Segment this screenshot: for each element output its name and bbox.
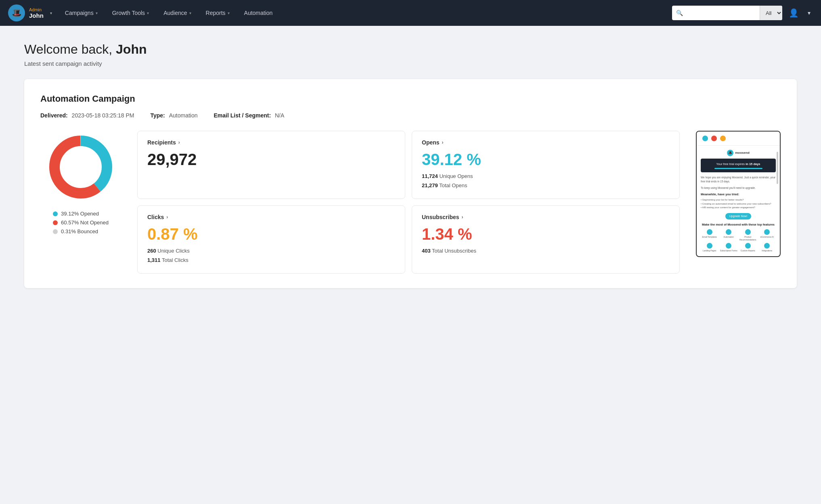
opens-unique-value: 11,724 (422, 173, 438, 179)
preview-icon-landing-pages: Landing Pages (701, 243, 718, 252)
clicks-total-label: Total Clicks (162, 257, 188, 263)
nav-campaigns-arrow: ▾ (96, 11, 98, 15)
preview-logo-icon: 🎩 (727, 150, 733, 156)
nav-item-audience[interactable]: Audience ▾ (157, 6, 197, 19)
recipients-label: Recipients (147, 139, 176, 146)
welcome-subtitle: Latest sent campaign activity (24, 60, 797, 67)
legend-not-opened: 60.57% Not Opened (53, 220, 109, 226)
preview-banner: Your free trial expires in 15 days (701, 159, 776, 172)
delivered-label: Delivered: (40, 112, 68, 119)
legend-dot-not-opened (53, 220, 58, 225)
preview-icon-ecommerce-ai-circle (764, 229, 770, 235)
search-icon: 🔍 (672, 10, 687, 16)
email-preview: 🎩 moosend Your free trial expires in 15 … (696, 131, 781, 257)
legend-label-bounced: 0.31% Bounced (61, 228, 98, 234)
stat-card-unsubscribes: Unsubscribes › 1.34 % 403 Total Unsubscr… (412, 205, 680, 274)
unsubscribes-total-value: 403 (422, 248, 431, 254)
preview-icon-automation-circle (726, 229, 731, 235)
unsubscribes-chevron: › (462, 214, 463, 220)
email-list-meta: Email List / Segment: N/A (214, 112, 285, 119)
preview-logo: 🎩 moosend (701, 150, 776, 156)
search-input[interactable] (687, 10, 760, 16)
preview-dot-yellow (720, 136, 726, 141)
preview-para2: To keep using Moosend you'll need to upg… (701, 186, 776, 190)
preview-icon-landing-pages-label: Landing Pages (703, 249, 716, 252)
clicks-unique-label: Unique Clicks (157, 248, 189, 254)
preview-icon-email-templates-circle (707, 229, 712, 235)
opens-header[interactable]: Opens › (422, 139, 670, 146)
opens-total-value: 21,279 (422, 182, 438, 188)
stat-card-opens: Opens › 39.12 % 11,724 Unique Opens 21,2… (412, 131, 680, 199)
clicks-total-value: 1,311 (147, 257, 161, 263)
legend-label-opened: 39.12% Opened (61, 211, 99, 217)
search-box[interactable]: 🔍 All (672, 6, 782, 20)
nav-item-reports[interactable]: Reports ▾ (199, 6, 236, 19)
recipients-header[interactable]: Recipients › (147, 139, 395, 146)
nav-item-automation[interactable]: Automation (238, 6, 279, 19)
preview-email-body: 🎩 moosend Your free trial expires in 15 … (697, 146, 780, 256)
donut-chart-wrap: 39.12% Opened 60.57% Not Opened 0.31% Bo… (40, 131, 121, 234)
welcome-prefix: Welcome back, (24, 42, 116, 56)
preview-icon-product-rec-label: Product Recommendations (739, 236, 757, 241)
preview-dot-red (711, 136, 717, 141)
legend-dot-opened (53, 211, 58, 216)
clicks-header[interactable]: Clicks › (147, 214, 395, 220)
preview-features-title: Make the most of Moosend with these top … (701, 223, 776, 227)
nav-growth-tools-arrow: ▾ (147, 11, 149, 15)
search-filter-select[interactable]: All (760, 6, 782, 20)
nav-brand[interactable]: 🎩 Admin John ▾ (8, 4, 52, 21)
welcome-name: John (116, 42, 147, 56)
nav-role: Admin (29, 7, 44, 12)
legend-dot-bounced (53, 229, 58, 234)
preview-icon-landing-pages-circle (707, 243, 712, 249)
user-profile-icon[interactable]: 👤 (786, 8, 801, 18)
preview-scrollbar (777, 152, 778, 184)
nav-right: 🔍 All 👤 ▾ (672, 6, 813, 20)
unsubscribes-pct: 1.34 % (422, 226, 670, 242)
opens-details: 11,724 Unique Opens 21,279 Total Opens (422, 171, 670, 190)
preview-meanwhile: Meanwhile, have you tried: (701, 192, 776, 197)
nav-user-dropdown-icon[interactable]: ▾ (805, 10, 813, 16)
preview-icon-sub-forms-label: Subscription Forms (720, 249, 737, 252)
delivered-value: 2023-05-18 03:25:18 PM (72, 112, 134, 119)
preview-icon-integrations: Integrations (758, 243, 776, 252)
campaign-body: 39.12% Opened 60.57% Not Opened 0.31% Bo… (40, 131, 781, 274)
unsubscribes-header[interactable]: Unsubscribes › (422, 214, 670, 220)
donut-chart (44, 131, 117, 203)
preview-titlebar (697, 132, 780, 146)
main-content: Welcome back, John Latest sent campaign … (0, 26, 821, 304)
preview-icon-automation: Automation (720, 229, 738, 241)
stats-grid: Recipients › 29,972 Opens › 39.12 % 11,7… (137, 131, 680, 274)
campaign-title: Automation Campaign (40, 94, 781, 104)
opens-chevron: › (442, 140, 444, 145)
nav-reports-arrow: ▾ (228, 11, 230, 15)
nav-item-campaigns[interactable]: Campaigns ▾ (59, 6, 104, 19)
preview-icon-product-rec: Product Recommendations (739, 229, 757, 241)
stat-card-recipients: Recipients › 29,972 (137, 131, 405, 199)
campaign-meta: Delivered: 2023-05-18 03:25:18 PM Type: … (40, 112, 781, 119)
preview-icon-ecommerce-ai: eCommerce AI (758, 229, 776, 241)
preview-icon-integrations-circle (764, 243, 770, 249)
clicks-label: Clicks (147, 214, 164, 220)
nav-label-audience: Audience (163, 10, 187, 16)
preview-icon-email-templates: Email Templates (701, 229, 718, 241)
clicks-details: 260 Unique Clicks 1,311 Total Clicks (147, 246, 395, 265)
nav-label-campaigns: Campaigns (65, 10, 94, 16)
preview-icon-sub-forms: Subscription Forms (720, 243, 738, 252)
preview-list-item-1: • Segmenting your list for better result… (701, 198, 776, 202)
navbar: 🎩 Admin John ▾ Campaigns ▾ Growth Tools … (0, 0, 821, 26)
preview-upgrade-btn[interactable]: Upgrade Now! (725, 213, 752, 220)
opens-pct: 39.12 % (422, 151, 670, 167)
nav-item-growth-tools[interactable]: Growth Tools ▾ (106, 6, 155, 19)
preview-list: • Segmenting your list for better result… (701, 198, 776, 210)
type-label: Type: (150, 112, 165, 119)
nav-user-dropdown-arrow[interactable]: ▾ (50, 11, 52, 15)
preview-list-item-2: • Creating an automated email to welcome… (701, 202, 776, 206)
recipients-chevron: › (178, 140, 180, 145)
unsubscribes-details: 403 Total Unsubscribes (422, 246, 670, 255)
preview-icon-integrations-label: Integrations (762, 249, 772, 252)
nav-items: Campaigns ▾ Growth Tools ▾ Audience ▾ Re… (59, 6, 672, 19)
email-list-label: Email List / Segment: (214, 112, 271, 119)
email-list-value: N/A (275, 112, 284, 119)
preview-para1: We hope you are enjoying Moosend. Just a… (701, 176, 776, 184)
